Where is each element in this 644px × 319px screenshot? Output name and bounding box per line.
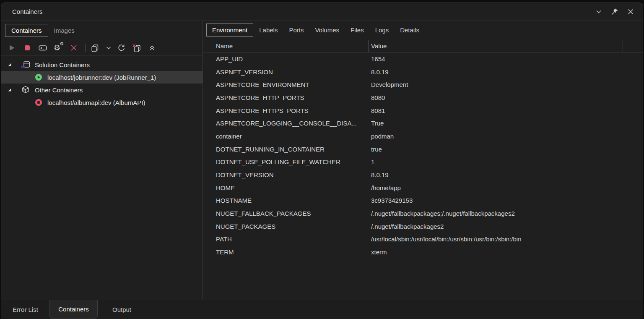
right-tab-strip: EnvironmentLabelsPortsVolumesFilesLogsDe… bbox=[203, 21, 643, 39]
bottom-tab-containers[interactable]: Containers bbox=[49, 300, 98, 319]
env-var-name: HOSTNAME bbox=[216, 197, 371, 204]
env-var-name: ASPNETCORE_LOGGING__CONSOLE__DISA... bbox=[216, 120, 371, 127]
tab-containers[interactable]: Containers bbox=[5, 24, 48, 37]
tree-group-label: Solution Containers bbox=[35, 61, 90, 68]
window-title: Containers bbox=[12, 8, 43, 15]
table-row[interactable]: NUGET_PACKAGES/.nuget/fallbackpackages2 bbox=[203, 220, 643, 233]
env-var-value: 3c9373429153 bbox=[371, 197, 643, 204]
chevron-down-icon bbox=[107, 47, 111, 49]
table-row[interactable]: TERMxterm bbox=[203, 246, 643, 259]
tree-item-albumapi[interactable]: localhost/albumapi:dev (AlbumAPI) bbox=[1, 96, 203, 109]
env-var-name: PATH bbox=[216, 235, 371, 243]
column-header-name[interactable]: Name bbox=[216, 42, 233, 49]
copy-button[interactable] bbox=[90, 43, 100, 53]
env-var-value: 1654 bbox=[371, 55, 643, 63]
tree-group-label: Other Containers bbox=[35, 86, 83, 94]
table-row[interactable]: HOSTNAME3c9373429153 bbox=[203, 194, 643, 207]
env-var-value: 8.0.19 bbox=[371, 171, 643, 178]
pin-icon[interactable] bbox=[609, 6, 620, 17]
env-var-value: 8.0.19 bbox=[371, 68, 643, 76]
env-var-name: container bbox=[216, 133, 371, 140]
expand-arrow-icon[interactable] bbox=[7, 87, 12, 92]
env-var-name: APP_UID bbox=[216, 55, 371, 63]
tree-group-solution-containers[interactable]: ∞ Solution Containers bbox=[1, 58, 203, 71]
tree-item-jobrunner[interactable]: localhost/jobrunner:dev (JobRunner_1) bbox=[1, 71, 203, 84]
table-row[interactable]: HOME/home/app bbox=[203, 181, 643, 194]
tab-files[interactable]: Files bbox=[345, 24, 369, 36]
bottom-tab-error-list[interactable]: Error List bbox=[1, 300, 49, 319]
env-var-name: ASPNETCORE_HTTP_PORTS bbox=[216, 94, 371, 101]
expand-arrow-icon[interactable] bbox=[7, 62, 12, 67]
tab-volumes[interactable]: Volumes bbox=[309, 24, 345, 36]
env-var-name: NUGET_PACKAGES bbox=[216, 223, 371, 230]
env-var-name: TERM bbox=[216, 248, 371, 256]
tree-item-label: localhost/albumapi:dev (AlbumAPI) bbox=[47, 99, 145, 106]
env-var-value: 1 bbox=[371, 158, 643, 165]
svg-text:∞: ∞ bbox=[21, 63, 25, 69]
column-divider[interactable] bbox=[623, 40, 623, 52]
tab-logs[interactable]: Logs bbox=[370, 24, 395, 36]
terminal-icon bbox=[38, 44, 47, 52]
container-running-icon bbox=[35, 73, 42, 81]
right-panel: EnvironmentLabelsPortsVolumesFilesLogsDe… bbox=[203, 21, 643, 300]
cube-icon bbox=[21, 86, 31, 94]
env-var-value: /home/app bbox=[371, 184, 643, 191]
env-var-value: 8080 bbox=[371, 94, 643, 101]
table-row[interactable]: containerpodman bbox=[203, 130, 643, 143]
table-row[interactable]: DOTNET_VERSION8.0.19 bbox=[203, 168, 643, 181]
env-var-value: Development bbox=[371, 81, 643, 88]
table-row[interactable]: NUGET_FALLBACK_PACKAGES/.nuget/fallbackp… bbox=[203, 207, 643, 220]
column-divider[interactable] bbox=[368, 40, 369, 52]
tab-details[interactable]: Details bbox=[395, 24, 425, 36]
window-options-chevron-icon[interactable] bbox=[593, 6, 604, 17]
env-var-name: ASPNET_VERSION bbox=[216, 68, 371, 76]
collapse-all-button[interactable] bbox=[147, 43, 157, 53]
column-header-value[interactable]: Value bbox=[371, 42, 387, 49]
table-row[interactable]: ASPNETCORE_LOGGING__CONSOLE__DISA...True bbox=[203, 117, 643, 130]
play-icon bbox=[10, 45, 15, 51]
tab-images[interactable]: Images bbox=[48, 24, 80, 37]
container-stopped-icon bbox=[35, 99, 42, 106]
stop-button[interactable] bbox=[22, 43, 32, 53]
tab-labels[interactable]: Labels bbox=[254, 24, 283, 36]
bottom-tab-output[interactable]: Output bbox=[98, 300, 146, 319]
env-var-name: ASPNETCORE_HTTPS_PORTS bbox=[216, 107, 371, 114]
open-terminal-button[interactable] bbox=[38, 43, 48, 53]
table-row[interactable]: APP_UID1654 bbox=[203, 52, 643, 65]
container-tools-options-button[interactable]: ⚙ ⚙ bbox=[53, 43, 63, 53]
remove-button[interactable] bbox=[69, 43, 79, 53]
copy-icon bbox=[91, 44, 99, 52]
prune-copy-red-x-icon bbox=[132, 44, 141, 52]
prune-button[interactable] bbox=[132, 43, 142, 53]
tab-environment[interactable]: Environment bbox=[206, 24, 253, 37]
env-var-name: HOME bbox=[216, 184, 371, 191]
tab-ports[interactable]: Ports bbox=[283, 24, 309, 36]
refresh-button[interactable] bbox=[116, 43, 126, 53]
env-var-value: /.nuget/fallbackpackages2 bbox=[371, 223, 643, 230]
table-row[interactable]: PATH/usr/local/sbin:/usr/local/bin:/usr/… bbox=[203, 233, 643, 246]
env-var-value: podman bbox=[371, 133, 643, 140]
left-tab-strip: Containers Images bbox=[1, 21, 203, 40]
env-var-name: DOTNET_USE_POLLING_FILE_WATCHER bbox=[216, 158, 371, 165]
table-row[interactable]: ASPNET_VERSION8.0.19 bbox=[203, 65, 643, 78]
table-row[interactable]: ASPNETCORE_HTTPS_PORTS8081 bbox=[203, 104, 643, 117]
table-row[interactable]: DOTNET_RUNNING_IN_CONTAINERtrue bbox=[203, 143, 643, 156]
env-var-name: DOTNET_RUNNING_IN_CONTAINER bbox=[216, 146, 371, 153]
table-row[interactable]: DOTNET_USE_POLLING_FILE_WATCHER1 bbox=[203, 156, 643, 169]
tree-group-other-containers[interactable]: Other Containers bbox=[1, 84, 203, 96]
table-row[interactable]: ASPNETCORE_ENVIRONMENTDevelopment bbox=[203, 78, 643, 91]
stop-square-icon bbox=[25, 45, 30, 50]
close-icon[interactable] bbox=[625, 6, 636, 17]
containers-toolbar: ⚙ ⚙ bbox=[1, 40, 203, 56]
copy-dropdown[interactable] bbox=[105, 43, 112, 53]
env-table-header: Name Value bbox=[203, 39, 643, 52]
env-var-name: DOTNET_VERSION bbox=[216, 171, 371, 178]
toolbar-separator bbox=[85, 44, 86, 52]
env-table-body: APP_UID1654ASPNET_VERSION8.0.19ASPNETCOR… bbox=[203, 52, 643, 300]
env-var-value: True bbox=[371, 120, 643, 127]
gears-icon: ⚙ ⚙ bbox=[53, 43, 63, 53]
start-button[interactable] bbox=[7, 43, 17, 53]
env-var-value: xterm bbox=[371, 248, 643, 256]
screen: Containers Contai bbox=[0, 0, 644, 319]
table-row[interactable]: ASPNETCORE_HTTP_PORTS8080 bbox=[203, 91, 643, 104]
